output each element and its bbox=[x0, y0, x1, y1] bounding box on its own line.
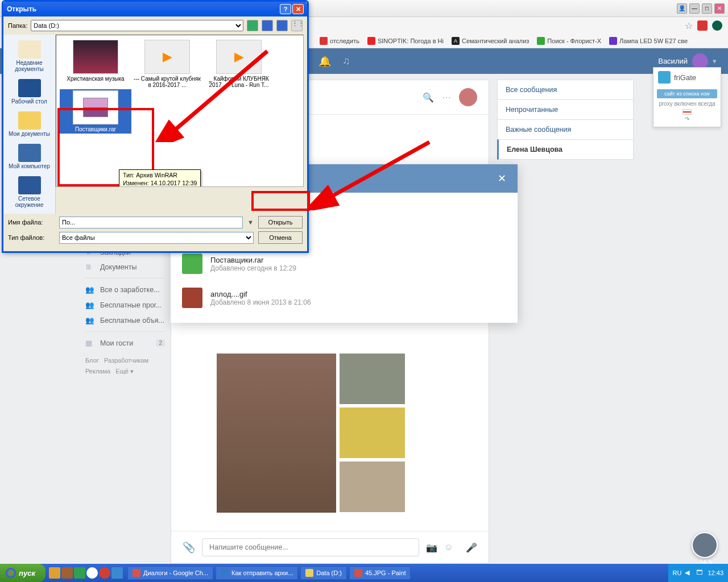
file-item[interactable]: Христианская музыка bbox=[61, 40, 130, 88]
link-blog[interactable]: Блог bbox=[85, 357, 99, 364]
file-list[interactable]: Христианская музыка ▶--- Самый крутой кл… bbox=[56, 35, 304, 187]
open-file-dialog: Открыть ? ✕ Папка: Data (D:) ⋮⋮ Недавние… bbox=[2, 0, 309, 253]
task-button[interactable]: Как отправить архи... bbox=[216, 566, 298, 580]
message-input[interactable] bbox=[202, 538, 419, 556]
close-browser-button[interactable]: ✕ bbox=[714, 3, 725, 14]
sidebar-item-group[interactable]: 👥Все о заработке... bbox=[80, 282, 171, 297]
place-network[interactable]: Сетевое окружение bbox=[3, 173, 55, 211]
minimize-button[interactable]: — bbox=[689, 3, 700, 14]
place-recent[interactable]: Недавние документы bbox=[3, 37, 55, 76]
photo[interactable] bbox=[340, 408, 405, 458]
quick-launch bbox=[46, 567, 126, 579]
extension-icon[interactable] bbox=[712, 20, 722, 31]
frigate-title: friGate bbox=[674, 73, 696, 82]
tray-icon[interactable]: ◀ bbox=[685, 569, 693, 577]
link-dev[interactable]: Разработчикам bbox=[104, 357, 148, 364]
bookmark-item[interactable]: SINOPTIK: Погода в Ні bbox=[367, 37, 444, 45]
place-computer[interactable]: Мой компьютер bbox=[3, 140, 55, 173]
chrome-icon[interactable] bbox=[86, 567, 98, 579]
help-button[interactable]: ? bbox=[280, 4, 291, 14]
system-tray: RU ◀ 🗔 12:43 bbox=[668, 564, 728, 582]
file-row[interactable]: аплод....gif Добавлено 8 июня 2013 в 21:… bbox=[182, 281, 506, 315]
attach-icon[interactable]: 📎 bbox=[183, 541, 195, 554]
link-more[interactable]: Ещё ▾ bbox=[115, 368, 134, 375]
filter-important[interactable]: Важные сообщения bbox=[497, 119, 634, 139]
file-item-selected[interactable]: Поставщики.rar bbox=[61, 90, 130, 132]
document-icon: 🗎 bbox=[85, 263, 94, 271]
file-item[interactable]: ▶_ Кайфовый КЛУБНЯК 2017 _ - Luna - Run … bbox=[204, 40, 274, 88]
ql-icon[interactable] bbox=[49, 567, 60, 579]
separator bbox=[85, 331, 165, 332]
filter-all[interactable]: Все сообщения bbox=[497, 80, 634, 99]
task-button[interactable]: 45.JPG - Paint bbox=[349, 566, 411, 580]
photo[interactable] bbox=[340, 354, 405, 404]
mic-icon[interactable]: 🎤 bbox=[466, 542, 477, 553]
username: Василий bbox=[658, 57, 688, 65]
filter-unread[interactable]: Непрочитанные bbox=[497, 99, 634, 119]
task-button[interactable]: Data (D:) bbox=[300, 566, 347, 580]
ql-icon[interactable] bbox=[74, 567, 85, 579]
file-item[interactable]: ▶--- Самый крутой клубняк в 2016-2017 ..… bbox=[133, 40, 202, 88]
maximize-button[interactable]: □ bbox=[702, 3, 712, 14]
new-folder-button[interactable] bbox=[276, 20, 288, 31]
sidebar-item-group[interactable]: 👥Бесплатные объя... bbox=[80, 313, 171, 328]
sidebar-footer: Блог Разработчикам Реклама Ещё ▾ bbox=[80, 351, 171, 381]
open-button[interactable]: Открыть bbox=[258, 216, 303, 228]
notifications-icon[interactable]: 🔔 bbox=[318, 55, 331, 68]
task-button[interactable]: Диалоги - Google Ch... bbox=[127, 566, 213, 580]
place-desktop[interactable]: Рабочий стол bbox=[3, 76, 55, 108]
dialog-titlebar[interactable]: Открыть ? ✕ bbox=[3, 2, 307, 16]
cancel-button[interactable]: Отмена bbox=[258, 231, 303, 244]
bookmark-item[interactable]: Поиск - Флорист-Х bbox=[537, 37, 601, 45]
windows-logo-icon bbox=[6, 568, 16, 578]
photo[interactable] bbox=[217, 354, 336, 513]
views-button[interactable]: ⋮⋮ bbox=[291, 20, 303, 31]
frigate-proxy-text: proxy включен всегда bbox=[653, 101, 721, 107]
group-icon: 👥 bbox=[85, 316, 94, 325]
dialogs-filter: Все сообщения Непрочитанные Важные сообщ… bbox=[497, 80, 634, 564]
link-ads[interactable]: Реклама bbox=[85, 368, 110, 375]
sidebar-item-group[interactable]: 👥Бесплатные прог... bbox=[80, 297, 171, 313]
sidebar-item-guests[interactable]: ▦Мои гости2 bbox=[80, 335, 171, 351]
modal-close-icon[interactable]: ✕ bbox=[498, 172, 506, 185]
lang-indicator[interactable]: RU bbox=[673, 569, 682, 576]
up-button[interactable] bbox=[262, 20, 273, 31]
taskbar: пуск Диалоги - Google Ch... Как отправит… bbox=[0, 564, 728, 582]
rar-icon bbox=[182, 253, 202, 274]
filetype-dropdown[interactable]: Все файлы bbox=[59, 232, 254, 244]
chat-avatar[interactable] bbox=[459, 88, 477, 106]
bookmark-item[interactable]: Лампа LED 5W E27 све bbox=[609, 37, 688, 45]
filename-input[interactable]: По... bbox=[59, 217, 243, 228]
folder-dropdown[interactable]: Data (D:) bbox=[31, 20, 243, 31]
message-input-bar: 📎 📷 ☺ 🎤 bbox=[171, 531, 489, 563]
photo-icon[interactable]: 📷 bbox=[426, 542, 437, 553]
floating-avatar[interactable]: 14 ✎ bbox=[692, 532, 718, 558]
bookmark-item[interactable]: AСемантический анализ bbox=[452, 37, 529, 45]
frigate-logo-icon bbox=[658, 71, 671, 84]
place-documents[interactable]: Мои документы bbox=[3, 108, 55, 140]
grid-icon: ▦ bbox=[85, 339, 94, 347]
file-name: аплод....gif bbox=[210, 290, 311, 298]
bookmark-item[interactable]: отследить bbox=[320, 37, 359, 45]
ql-icon[interactable] bbox=[61, 567, 73, 579]
dialog-title: Открыть bbox=[7, 5, 36, 13]
sidebar-item-documents[interactable]: 🗎Документы bbox=[80, 260, 171, 275]
user-icon[interactable]: 👤 bbox=[677, 3, 687, 14]
emoji-icon[interactable]: ☺ bbox=[444, 542, 453, 552]
adblock-icon[interactable] bbox=[697, 20, 708, 31]
tray-icon[interactable]: 🗔 bbox=[696, 569, 704, 577]
music-icon[interactable]: ♫ bbox=[342, 55, 350, 67]
chevron-down-icon: ▾ bbox=[713, 57, 717, 65]
frigate-site-button[interactable]: сайт из списка vow bbox=[657, 89, 717, 98]
more-icon[interactable]: ⋯ bbox=[442, 92, 451, 103]
photo[interactable] bbox=[340, 462, 405, 512]
star-icon[interactable]: ☆ bbox=[685, 20, 693, 31]
search-icon[interactable]: 🔍 bbox=[423, 92, 434, 103]
ql-icon[interactable] bbox=[111, 567, 123, 579]
dialog-close-button[interactable]: ✕ bbox=[292, 4, 304, 14]
back-button[interactable] bbox=[247, 20, 258, 31]
start-button[interactable]: пуск bbox=[0, 564, 46, 582]
yandex-icon[interactable] bbox=[99, 567, 110, 579]
clock[interactable]: 12:43 bbox=[708, 569, 723, 576]
filter-contact[interactable]: Елена Шевцова bbox=[497, 139, 634, 160]
